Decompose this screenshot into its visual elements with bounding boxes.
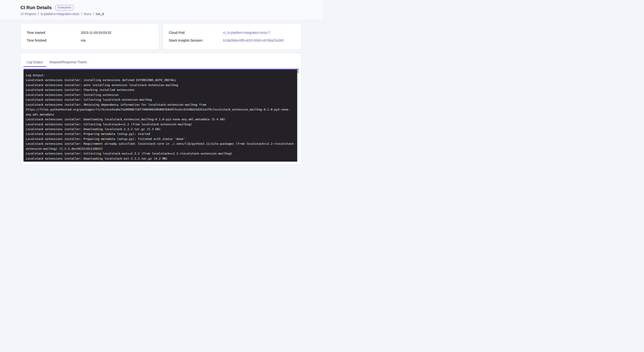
terminal-scrollbar-thumb[interactable] [297, 70, 299, 73]
info-label: Time finished: [27, 38, 81, 43]
info-label: Cloud Pod: [169, 30, 223, 35]
log-line: Localstack extensions installer: Downloa… [26, 127, 296, 131]
log-line: Localstack extensions installer: install… [26, 78, 296, 82]
log-line: Localstack extensions installer: auto in… [26, 83, 296, 87]
breadcrumb-item: Runs / [84, 12, 96, 16]
log-line: Log Output: [26, 73, 296, 78]
ci-run-details-page: CI Run Details Enterprise CI Projects / … [0, 0, 322, 176]
title-row: CI Run Details Enterprise [20, 5, 302, 11]
cloud-pod-link[interactable]: ci_ls-platform-integration-tests:7 [223, 30, 270, 35]
log-line: Localstack extensions installer: Checkin… [26, 87, 296, 92]
info-label: Time started: [27, 30, 81, 35]
log-line: Localstack extensions installer: Prepari… [26, 136, 296, 141]
page-title: CI Run Details [20, 5, 52, 10]
info-card-times: Time started: 2023-11-03 03:03:52 Time f… [20, 24, 159, 50]
log-line: Localstack extensions installer: Collect… [26, 151, 296, 156]
breadcrumb-current-run: run_6 [96, 12, 104, 16]
log-line: Localstack extensions installer: Require… [26, 141, 296, 146]
time-started-value: 2023-11-03 03:03:52 [81, 30, 112, 35]
page-header: CI Run Details Enterprise CI Projects / … [0, 0, 322, 20]
tab-bar: Log Output Request/Response Traces [21, 53, 301, 67]
log-line: https://files.pythonhosted.org/packages/… [26, 107, 296, 112]
terminal-log-lines: Log Output: Localstack extensions instal… [24, 70, 299, 162]
log-output-card: Log Output Request/Response Traces Log O… [20, 53, 302, 164]
enterprise-badge: Enterprise [55, 5, 74, 11]
breadcrumb-item: CI Projects / [20, 12, 40, 16]
breadcrumb-item: ls-platform-integration-tests / [40, 12, 84, 16]
time-finished-value: n/a [81, 38, 86, 43]
log-line: any.whl.metadata [26, 112, 296, 117]
stack-insights-session-link[interactable]: b1bb09da-6ff0-4c52-8930-c870ba23c082 [223, 38, 284, 43]
breadcrumb: CI Projects / ls-platform-integration-te… [20, 12, 302, 16]
log-line: Localstack extensions installer: Downloa… [26, 117, 296, 122]
breadcrumb-separator: / [81, 12, 82, 16]
breadcrumb-link-runs[interactable]: Runs [84, 12, 92, 16]
breadcrumb-item: run_6 / [96, 12, 104, 16]
log-line: Localstack extensions installer: Prepari… [26, 131, 296, 136]
log-line: Localstack extensions installer: Downloa… [26, 156, 296, 161]
info-row: Stack Insights Session: b1bb09da-6ff0-4c… [169, 38, 295, 43]
breadcrumb-separator: / [93, 12, 94, 16]
info-row: Time finished: n/a [27, 38, 153, 43]
main-content: Time started: 2023-11-03 03:03:52 Time f… [0, 20, 322, 164]
log-line: Localstack extensions installer: ━━━━━━━… [26, 161, 296, 162]
log-line: extension-mailhog) (2.3.3.dev20231102110… [26, 146, 296, 151]
breadcrumb-link-project[interactable]: ls-platform-integration-tests [40, 12, 79, 16]
breadcrumb-separator: / [38, 12, 39, 16]
log-output-terminal[interactable]: Log Output: Localstack extensions instal… [24, 69, 299, 162]
info-row: Time started: 2023-11-03 03:03:52 [27, 30, 153, 35]
log-line: Localstack extensions installer: Collect… [26, 97, 296, 102]
log-line: Localstack extensions installer: Install… [26, 92, 296, 97]
log-line: Localstack extensions installer: Collect… [26, 122, 296, 127]
info-cards-row: Time started: 2023-11-03 03:03:52 Time f… [20, 24, 302, 50]
tab-request-response-traces[interactable]: Request/Response Traces [46, 59, 90, 67]
tab-log-output[interactable]: Log Output [24, 59, 46, 67]
terminal-scrollbar[interactable] [297, 70, 299, 162]
log-line: Localstack extensions installer: Obtaini… [26, 102, 296, 107]
breadcrumb-link-ci-projects[interactable]: CI Projects [20, 12, 36, 16]
info-label: Stack Insights Session: [169, 38, 223, 43]
info-card-session: Cloud Pod: ci_ls-platform-integration-te… [163, 24, 302, 50]
info-row: Cloud Pod: ci_ls-platform-integration-te… [169, 30, 295, 35]
